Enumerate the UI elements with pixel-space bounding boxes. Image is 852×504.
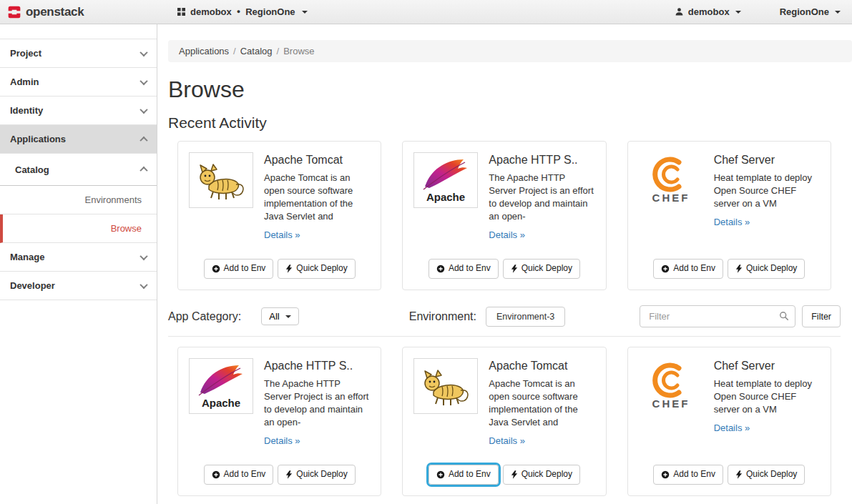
plus-circle-icon [212,265,220,273]
sidebar-item-environments[interactable]: Environments [0,186,157,214]
tomcat-logo [189,152,253,208]
filter-input[interactable] [640,305,795,327]
details-link[interactable]: Details » [489,435,525,446]
app-card-tomcat: Apache Tomcat Apache Tomcat is an open s… [177,141,381,290]
sidebar-item-catalog[interactable]: Catalog [0,154,157,186]
quick-deploy-label: Quick Deploy [296,469,347,480]
add-to-env-label: Add to Env [449,263,491,275]
add-to-env-button[interactable]: Add to Env [653,465,723,485]
filter-button[interactable]: Filter [802,305,841,327]
section-divider [168,336,841,337]
bolt-icon [511,265,518,273]
add-to-env-button[interactable]: Add to Env [653,259,723,279]
apache-feather-logo: Apache [189,358,253,414]
breadcrumb-applications[interactable]: Applications [179,46,229,56]
catalog-filter-bar: App Category: All Environment: Environme… [168,305,841,327]
add-to-env-label: Add to Env [673,469,715,480]
recent-activity-cards: Apache Tomcat Apache Tomcat is an open s… [177,141,831,290]
openstack-logo-icon [7,5,21,19]
sidebar-item-identity[interactable]: Identity [0,97,157,125]
details-link[interactable]: Details » [489,229,525,240]
app-card-apache-http: Apache Apache HTTP S.. The Apache HTTP S… [177,347,381,496]
details-link[interactable]: Details » [714,217,750,227]
user-menu[interactable]: demobox [675,6,741,17]
quick-deploy-label: Quick Deploy [522,469,572,480]
app-card-tomcat: Apache Tomcat Apache Tomcat is an open s… [402,347,606,496]
breadcrumb-separator: / [233,46,236,56]
quick-deploy-button[interactable]: Quick Deploy [503,259,580,279]
quick-deploy-button[interactable]: Quick Deploy [278,259,355,279]
sidebar-spacer [0,24,157,39]
plus-circle-icon [212,470,220,479]
app-category-label: App Category: [168,310,241,323]
sidebar-item-label: Browse [111,223,142,234]
bolt-icon [285,470,293,479]
recent-activity-heading: Recent Activity [168,114,841,132]
quick-deploy-label: Quick Deploy [746,263,797,275]
chevron-down-icon [139,280,147,288]
quick-deploy-button[interactable]: Quick Deploy [728,259,805,279]
add-to-env-label: Add to Env [224,263,266,275]
app-card-apache-http: Apache Apache HTTP S.. The Apache HTTP S… [402,141,606,290]
openstack-brand[interactable]: openstack [0,5,157,19]
add-to-env-button[interactable]: Add to Env [429,465,499,485]
grid-icon [177,8,185,16]
main-content: Applications/Catalog/Browse Browse Recen… [157,24,852,496]
app-title: Apache Tomcat [489,360,594,372]
region-menu-label: RegionOne [780,6,829,17]
quick-deploy-label: Quick Deploy [746,469,797,480]
app-title: Apache HTTP S.. [264,360,370,372]
quick-deploy-button[interactable]: Quick Deploy [728,465,805,485]
add-to-env-button[interactable]: Add to Env [429,259,499,279]
sidebar-item-manage[interactable]: Manage [0,243,157,272]
app-category-dropdown[interactable]: All [261,307,298,325]
add-to-env-button[interactable]: Add to Env [204,259,274,279]
quick-deploy-button[interactable]: Quick Deploy [278,465,355,485]
bolt-icon [735,470,743,479]
sidebar-item-admin[interactable]: Admin [0,68,157,97]
project-region-switcher[interactable]: demobox ● RegionOne [177,6,308,17]
search-icon [779,311,789,323]
sidebar-item-label: Identity [10,105,43,116]
chef-logo: CHEF [639,152,703,208]
breadcrumb-catalog[interactable]: Catalog [240,46,273,56]
chevron-down-icon [835,11,841,14]
chevron-down-icon [139,76,147,84]
svg-text:Apache: Apache [426,191,465,203]
sidebar-item-developer[interactable]: Developer [0,272,157,300]
sidebar-item-applications[interactable]: Applications [0,125,157,154]
filter-search [640,305,795,327]
sidebar-item-project[interactable]: Project [0,39,157,68]
details-link[interactable]: Details » [264,435,300,446]
app-description: Apache Tomcat is an open source software… [264,172,370,223]
sidebar-item-label: Manage [10,252,44,262]
app-title: Chef Server [714,154,820,167]
sidebar-item-label: Applications [10,134,66,144]
app-title: Chef Server [714,360,820,372]
region-menu[interactable]: RegionOne [780,6,841,17]
quick-deploy-button[interactable]: Quick Deploy [503,465,580,485]
add-to-env-label: Add to Env [449,469,491,480]
app-title: Apache HTTP S.. [489,154,594,167]
user-menu-label: demobox [688,6,730,17]
bolt-icon [285,265,293,273]
chevron-down-icon [139,105,147,113]
app-description: Apache Tomcat is an open source software… [489,377,594,429]
svg-text:Apache: Apache [202,397,240,409]
svg-text:CHEF: CHEF [652,192,690,204]
sidebar-item-label: Developer [10,280,55,291]
environment-select-button[interactable]: Environment-3 [486,307,565,327]
top-navbar: openstack demobox ● RegionOne demobox Re… [0,0,852,24]
sidebar-item-browse[interactable]: Browse [0,214,157,243]
sidebar-item-label: Project [10,48,41,59]
details-link[interactable]: Details » [714,423,750,433]
add-to-env-label: Add to Env [673,263,715,275]
add-to-env-button[interactable]: Add to Env [204,465,274,485]
app-description: The Apache HTTP Server Project is an eff… [489,172,594,223]
details-link[interactable]: Details » [264,229,300,240]
apache-feather-logo: Apache [413,152,478,208]
app-description: Heat template to deploy Open Source CHEF… [714,377,820,416]
tomcat-logo [413,358,478,414]
current-region: RegionOne [245,6,295,17]
plus-circle-icon [661,470,670,479]
